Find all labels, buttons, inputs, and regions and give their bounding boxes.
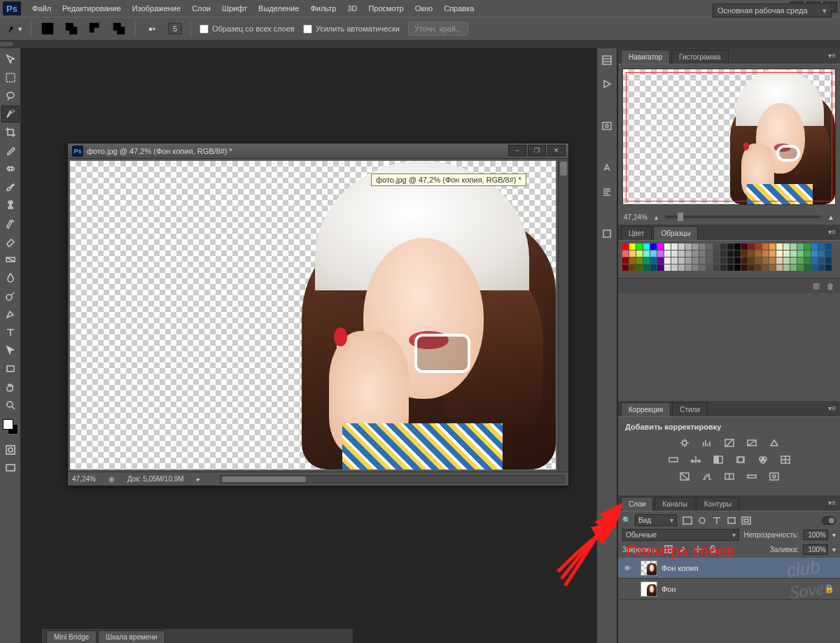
doc-info-arrow[interactable]: ▸ bbox=[197, 475, 200, 483]
healing-brush-tool[interactable] bbox=[1, 160, 20, 177]
swatch[interactable] bbox=[636, 257, 643, 264]
swatch[interactable] bbox=[622, 250, 629, 257]
tab-navigator[interactable]: Навигатор bbox=[621, 50, 670, 64]
swatch[interactable] bbox=[664, 250, 671, 257]
menu-edit[interactable]: Редактирование bbox=[57, 1, 127, 15]
swatch[interactable] bbox=[741, 257, 748, 264]
swatch[interactable] bbox=[741, 264, 748, 271]
swatch[interactable] bbox=[818, 257, 825, 264]
marquee-tool[interactable] bbox=[1, 69, 20, 86]
doc-horizontal-scrollbar[interactable] bbox=[220, 475, 564, 483]
swatch[interactable] bbox=[811, 250, 818, 257]
navigator-zoom-slider[interactable] bbox=[665, 215, 820, 218]
swatch[interactable] bbox=[713, 243, 720, 250]
doc-minimize-button[interactable]: – bbox=[508, 145, 526, 156]
layer-name[interactable]: Фон копия bbox=[662, 564, 834, 572]
navigator-view-box[interactable] bbox=[626, 72, 832, 202]
selective-color-icon[interactable] bbox=[766, 470, 782, 483]
swatch[interactable] bbox=[685, 243, 692, 250]
color-panel-menu-icon[interactable]: ▾≡ bbox=[828, 228, 836, 236]
swatch[interactable] bbox=[748, 243, 755, 250]
photo-filter-icon[interactable] bbox=[733, 453, 748, 466]
tab-swatches[interactable]: Образцы bbox=[653, 226, 698, 240]
lock-all-icon[interactable] bbox=[706, 544, 719, 555]
adjustments-panel-menu-icon[interactable]: ▾≡ bbox=[828, 404, 836, 412]
swatch[interactable] bbox=[664, 243, 671, 250]
actions-panel-icon[interactable] bbox=[599, 76, 615, 92]
fill-arrow[interactable]: ▾ bbox=[832, 546, 836, 553]
quick-selection-tool[interactable] bbox=[1, 106, 20, 122]
swatch[interactable] bbox=[692, 264, 699, 271]
swatch[interactable] bbox=[622, 257, 629, 264]
swatch[interactable] bbox=[678, 250, 685, 257]
swatch[interactable] bbox=[643, 250, 650, 257]
fill-field[interactable]: 100% bbox=[803, 544, 828, 555]
swatch[interactable] bbox=[657, 264, 664, 271]
swatch[interactable] bbox=[762, 250, 769, 257]
swatch[interactable] bbox=[797, 264, 804, 271]
opacity-field[interactable]: 100% bbox=[803, 530, 828, 540]
swatch[interactable] bbox=[699, 257, 706, 264]
tab-color[interactable]: Цвет bbox=[621, 226, 652, 240]
eraser-tool[interactable] bbox=[1, 233, 20, 250]
swatch[interactable] bbox=[783, 257, 790, 264]
lasso-tool[interactable] bbox=[1, 87, 20, 104]
zoom-tool[interactable] bbox=[1, 397, 20, 414]
layer-thumbnail[interactable] bbox=[640, 560, 657, 576]
hue-adjust-icon[interactable] bbox=[666, 453, 681, 466]
gradient-map-icon[interactable] bbox=[744, 470, 760, 483]
swatch[interactable] bbox=[720, 243, 727, 250]
brush-picker-icon[interactable]: ●▾ bbox=[144, 21, 160, 36]
swatch[interactable] bbox=[678, 243, 685, 250]
lock-transparency-icon[interactable] bbox=[662, 544, 675, 555]
swatch[interactable] bbox=[748, 257, 755, 264]
swatch[interactable] bbox=[748, 250, 755, 257]
eyedropper-tool[interactable] bbox=[1, 142, 20, 159]
swatch[interactable] bbox=[720, 257, 727, 264]
doc-vertical-scrollbar[interactable] bbox=[558, 159, 568, 472]
filter-type-icon[interactable] bbox=[710, 515, 723, 526]
character-panel-icon[interactable] bbox=[599, 160, 615, 176]
auto-enhance-checkbox[interactable]: Усилить автоматически bbox=[303, 24, 400, 34]
swatch[interactable] bbox=[643, 257, 650, 264]
swatch[interactable] bbox=[643, 243, 650, 250]
swatch[interactable] bbox=[671, 243, 678, 250]
hand-tool[interactable] bbox=[1, 379, 20, 395]
selection-new-icon[interactable] bbox=[40, 21, 55, 36]
swatch[interactable] bbox=[769, 264, 776, 271]
history-panel-icon[interactable] bbox=[599, 52, 615, 68]
blend-mode-dropdown[interactable]: Обычные bbox=[622, 529, 739, 541]
swatch[interactable] bbox=[678, 264, 685, 271]
swatch[interactable] bbox=[776, 250, 783, 257]
brush-size-field[interactable]: 5 bbox=[168, 23, 182, 34]
menu-filter[interactable]: Фильтр bbox=[304, 1, 342, 15]
swatch[interactable] bbox=[706, 250, 713, 257]
swatch[interactable] bbox=[727, 264, 734, 271]
exposure-adjust-icon[interactable] bbox=[744, 437, 760, 449]
swatch[interactable] bbox=[727, 243, 734, 250]
swatch[interactable] bbox=[811, 243, 818, 250]
swatch[interactable] bbox=[650, 243, 657, 250]
workspace-selector[interactable]: Основная рабочая среда bbox=[713, 3, 832, 17]
swatch[interactable] bbox=[699, 250, 706, 257]
swatch[interactable] bbox=[720, 264, 727, 271]
new-swatch-icon[interactable]: ▥ bbox=[813, 281, 820, 290]
swatch[interactable] bbox=[804, 250, 811, 257]
swatch[interactable] bbox=[713, 264, 720, 271]
swatch[interactable] bbox=[811, 257, 818, 264]
swatch[interactable] bbox=[769, 257, 776, 264]
swatch[interactable] bbox=[713, 257, 720, 264]
swatch[interactable] bbox=[636, 250, 643, 257]
swatch[interactable] bbox=[755, 264, 762, 271]
layer-row-copy[interactable]: 👁 Фон копия bbox=[618, 558, 840, 579]
swatch[interactable] bbox=[657, 257, 664, 264]
doc-zoom-level[interactable]: 47,24% bbox=[72, 475, 96, 483]
path-selection-tool[interactable] bbox=[1, 342, 20, 359]
menu-select[interactable]: Выделение bbox=[253, 1, 304, 15]
brushes-panel-icon[interactable] bbox=[599, 226, 615, 241]
layer-filter-kind[interactable]: Вид bbox=[635, 514, 677, 526]
swatch[interactable] bbox=[734, 250, 741, 257]
document-canvas[interactable]: фото.jpg @ 47,2% (Фон копия, RGB/8#) * bbox=[69, 160, 556, 470]
filter-shape-icon[interactable] bbox=[725, 515, 738, 526]
swatch[interactable] bbox=[776, 243, 783, 250]
